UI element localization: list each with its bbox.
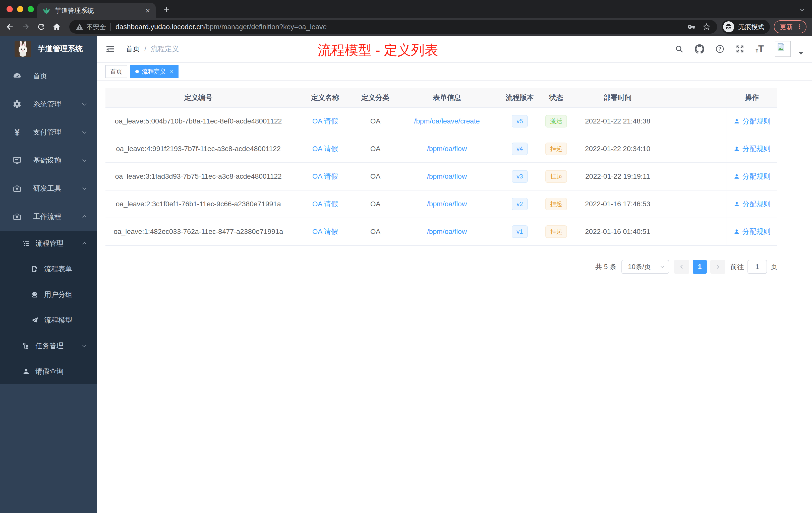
definition-name-link[interactable]: OA 请假 (312, 173, 338, 180)
incognito-badge: 无痕模式 (722, 20, 770, 34)
current-page-button[interactable]: 1 (693, 260, 707, 274)
close-window-button[interactable] (6, 6, 13, 12)
browser-update-button[interactable]: 更新 (774, 20, 807, 33)
version-badge: v5 (512, 115, 527, 127)
definition-name-link[interactable]: OA 请假 (312, 200, 338, 208)
font-size-icon[interactable]: тT (755, 44, 764, 54)
form-info-link[interactable]: /bpm/oa/leave/create (414, 117, 480, 125)
new-tab-button[interactable] (163, 5, 170, 13)
active-tag-dot (135, 70, 139, 73)
deploy-time: 2022-01-22 21:48:38 (575, 108, 660, 135)
tab-close-icon[interactable]: × (145, 6, 150, 14)
sidebar-item-user-group[interactable]: 用户分组 (0, 282, 97, 307)
briefcase-icon (12, 212, 22, 221)
zoom-window-button[interactable] (28, 6, 34, 12)
status-badge: 激活 (545, 115, 567, 127)
definition-category: OA (359, 218, 392, 245)
breadcrumb-separator: / (144, 45, 146, 53)
avatar[interactable] (775, 41, 791, 57)
page-size-value: 10条/页 (628, 262, 651, 271)
sidebar-item-leave-query[interactable]: 请假查询 (0, 359, 97, 384)
goto-page-input[interactable] (748, 260, 767, 274)
security-warning-icon[interactable] (76, 23, 83, 31)
bookmark-star-icon[interactable] (702, 23, 710, 31)
search-icon[interactable] (675, 44, 684, 54)
security-label[interactable]: 不安全 (86, 23, 106, 31)
reload-icon[interactable] (37, 22, 46, 31)
github-icon[interactable] (695, 44, 704, 54)
sidebar-item-payment[interactable]: ¥ 支付管理 (0, 118, 97, 146)
form-info-link[interactable]: /bpm/oa/flow (427, 228, 467, 235)
col-definition-id: 定义编号 (106, 88, 291, 108)
sidebar-item-label: 首页 (33, 71, 47, 81)
app-logo-row: 芋道管理系统 (0, 36, 97, 62)
avatar-caret-icon[interactable] (799, 52, 804, 55)
minimize-window-button[interactable] (17, 6, 23, 12)
chevron-left-icon (679, 264, 685, 270)
breadcrumb-home[interactable]: 首页 (126, 44, 140, 54)
col-definition-category: 定义分类 (359, 88, 392, 108)
sidebar-item-label: 流程模型 (44, 315, 72, 325)
sidebar-collapse-icon[interactable] (105, 44, 115, 54)
chevron-up-icon (81, 213, 88, 220)
form-info-link[interactable]: /bpm/oa/flow (427, 200, 467, 208)
assign-rule-link[interactable]: 分配规则 (733, 199, 771, 209)
version-badge: v3 (512, 170, 527, 183)
deploy-time: 2022-01-22 20:34:10 (575, 135, 660, 163)
sidebar-item-process-model[interactable]: 流程模型 (0, 307, 97, 333)
sidebar-item-dev-tools[interactable]: 研发工具 (0, 175, 97, 203)
deploy-time: 2022-01-16 01:40:51 (575, 218, 660, 245)
tab-title: 芋道管理系统 (55, 6, 145, 15)
user-icon (733, 173, 740, 180)
page-size-select[interactable]: 10条/页 (621, 260, 669, 274)
form-info-link[interactable]: /bpm/oa/flow (427, 173, 467, 180)
back-icon[interactable] (5, 22, 14, 31)
sidebar-item-process-management[interactable]: 流程管理 (0, 231, 97, 256)
prev-page-button[interactable] (674, 260, 689, 274)
chevron-down-icon (81, 157, 88, 163)
assign-rule-link[interactable]: 分配规则 (733, 172, 771, 181)
sidebar-item-system[interactable]: 系统管理 (0, 90, 97, 118)
assign-rule-link[interactable]: 分配规则 (733, 144, 771, 154)
forward-icon[interactable] (21, 22, 30, 31)
home-icon[interactable] (52, 22, 61, 31)
definition-id: oa_leave:3:1fad3d93-7b75-11ec-a3c8-acde4… (106, 163, 291, 190)
sidebar-item-label: 系统管理 (33, 99, 61, 109)
kebab-menu-icon[interactable] (796, 24, 803, 30)
definition-name-link[interactable]: OA 请假 (312, 117, 338, 125)
sidebar-item-infrastructure[interactable]: 基础设施 (0, 146, 97, 175)
tab-search-chevron-icon[interactable] (799, 6, 806, 13)
table-row: oa_leave:2:3c1f0ef1-76b1-11ec-9c66-a2380… (106, 190, 777, 218)
app-logo-bunny (14, 41, 31, 57)
chevron-down-icon (81, 101, 88, 108)
user-icon (733, 146, 740, 152)
definition-category: OA (359, 135, 392, 163)
definition-id: oa_leave:5:004b710b-7b8a-11ec-8ef0-acde4… (106, 108, 291, 135)
sidebar-item-process-form[interactable]: 流程表单 (0, 256, 97, 282)
tag-process-definition[interactable]: 流程定义 × (130, 65, 178, 78)
assign-rule-link[interactable]: 分配规则 (733, 117, 771, 126)
fullscreen-icon[interactable] (735, 44, 745, 54)
user-icon (21, 367, 31, 375)
definition-name-link[interactable]: OA 请假 (312, 228, 338, 235)
tag-close-icon[interactable]: × (170, 68, 174, 75)
help-question-icon[interactable] (715, 44, 724, 54)
tag-home[interactable]: 首页 (105, 65, 127, 78)
next-page-button[interactable] (710, 260, 725, 274)
tree-list-icon (21, 239, 31, 248)
url-text[interactable]: dashboard.yudao.iocoder.cn/bpm/manager/d… (116, 23, 327, 31)
form-info-link[interactable]: /bpm/oa/flow (427, 145, 467, 153)
sidebar-item-home[interactable]: 首页 (0, 62, 97, 90)
status-badge: 挂起 (545, 143, 567, 155)
sidebar-item-task-management[interactable]: 任务管理 (0, 333, 97, 359)
definition-name-link[interactable]: OA 请假 (312, 145, 338, 153)
table-row: oa_leave:5:004b710b-7b8a-11ec-8ef0-acde4… (106, 108, 777, 135)
col-actions: 操作 (726, 88, 777, 108)
assign-rule-link[interactable]: 分配规则 (733, 227, 771, 236)
password-key-icon[interactable] (688, 23, 696, 31)
sidebar-item-workflow[interactable]: 工作流程 (0, 203, 97, 231)
browser-tab[interactable]: 芋道管理系统 × (37, 3, 156, 18)
col-form-info: 表单信息 (392, 88, 502, 108)
address-bar[interactable]: 不安全 dashboard.yudao.iocoder.cn/bpm/manag… (69, 20, 717, 34)
chevron-down-icon (81, 185, 88, 192)
